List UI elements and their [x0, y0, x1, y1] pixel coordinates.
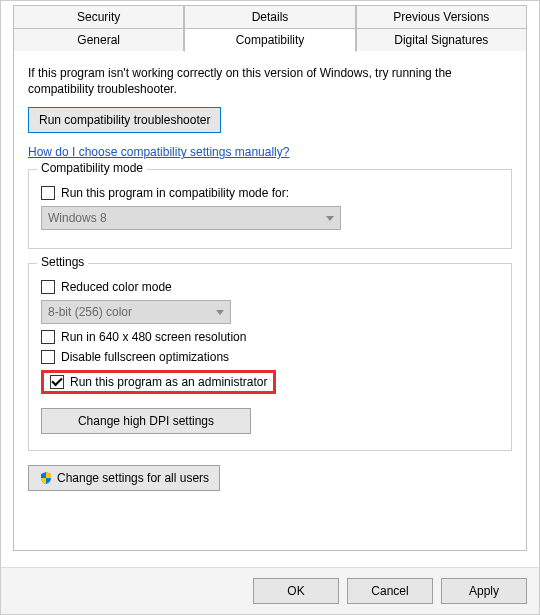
color-depth-select: 8-bit (256) color: [41, 300, 231, 324]
change-dpi-button[interactable]: Change high DPI settings: [41, 408, 251, 434]
change-all-users-button[interactable]: Change settings for all users: [28, 465, 220, 491]
color-depth-value: 8-bit (256) color: [48, 305, 132, 319]
compat-os-select: Windows 8: [41, 206, 341, 230]
help-link[interactable]: How do I choose compatibility settings m…: [28, 145, 289, 159]
run-640x480-label: Run in 640 x 480 screen resolution: [61, 330, 246, 344]
group-settings: Settings Reduced color mode 8-bit (256) …: [28, 263, 512, 451]
disable-fullscreen-label: Disable fullscreen optimizations: [61, 350, 229, 364]
dialog-button-bar: OK Cancel Apply: [1, 567, 539, 614]
tab-general[interactable]: General: [13, 28, 184, 52]
ok-button[interactable]: OK: [253, 578, 339, 604]
compat-mode-label: Run this program in compatibility mode f…: [61, 186, 289, 200]
cancel-button[interactable]: Cancel: [347, 578, 433, 604]
tab-digital-signatures[interactable]: Digital Signatures: [356, 28, 527, 52]
apply-button[interactable]: Apply: [441, 578, 527, 604]
checkbox-checked-icon: [50, 375, 64, 389]
reduced-color-label: Reduced color mode: [61, 280, 172, 294]
change-all-users-label: Change settings for all users: [57, 471, 209, 485]
tab-previous-versions[interactable]: Previous Versions: [356, 5, 527, 28]
run-as-admin-highlight: Run this program as an administrator: [41, 370, 276, 394]
group-compat-title: Compatibility mode: [37, 161, 147, 175]
intro-text: If this program isn't working correctly …: [28, 65, 512, 97]
reduced-color-checkbox[interactable]: Reduced color mode: [41, 280, 499, 294]
run-640x480-checkbox[interactable]: Run in 640 x 480 screen resolution: [41, 330, 499, 344]
checkbox-icon: [41, 330, 55, 344]
group-settings-title: Settings: [37, 255, 88, 269]
tab-security[interactable]: Security: [13, 5, 184, 28]
checkbox-icon: [41, 350, 55, 364]
tab-compatibility[interactable]: Compatibility: [184, 28, 355, 52]
compat-os-value: Windows 8: [48, 211, 107, 225]
tab-panel-compatibility: If this program isn't working correctly …: [13, 51, 527, 551]
compat-mode-checkbox[interactable]: Run this program in compatibility mode f…: [41, 186, 499, 200]
checkbox-icon: [41, 186, 55, 200]
chevron-down-icon: [216, 310, 224, 315]
checkbox-icon: [41, 280, 55, 294]
tab-strip: Security Details Previous Versions Gener…: [1, 1, 539, 551]
run-as-admin-checkbox[interactable]: Run this program as an administrator: [50, 375, 267, 389]
properties-dialog: Security Details Previous Versions Gener…: [0, 0, 540, 615]
shield-icon: [39, 471, 53, 485]
tab-details[interactable]: Details: [184, 5, 355, 28]
disable-fullscreen-checkbox[interactable]: Disable fullscreen optimizations: [41, 350, 499, 364]
run-troubleshooter-button[interactable]: Run compatibility troubleshooter: [28, 107, 221, 133]
group-compatibility-mode: Compatibility mode Run this program in c…: [28, 169, 512, 249]
run-as-admin-label: Run this program as an administrator: [70, 375, 267, 389]
chevron-down-icon: [326, 216, 334, 221]
